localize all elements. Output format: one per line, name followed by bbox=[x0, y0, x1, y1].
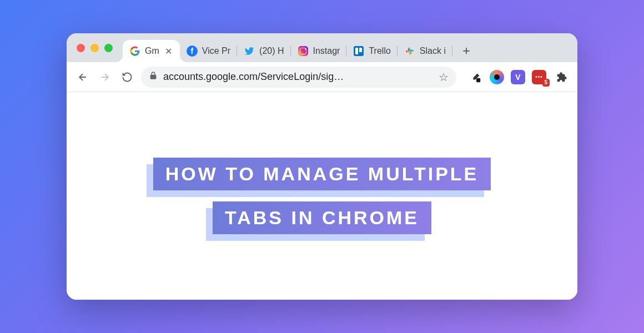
extension-loom[interactable] bbox=[490, 70, 504, 84]
google-icon bbox=[129, 46, 140, 57]
tab-label: Vice Pr bbox=[202, 46, 230, 56]
hero-text-2: TABS IN CHROME bbox=[213, 201, 431, 234]
window-close-button[interactable] bbox=[77, 44, 85, 52]
tab-slack[interactable]: Slack i bbox=[398, 40, 452, 62]
url-text: accounts.google.com/ServiceLogin/sig… bbox=[163, 71, 433, 83]
window-zoom-button[interactable] bbox=[104, 44, 113, 52]
twitter-icon bbox=[244, 46, 255, 57]
svg-rect-0 bbox=[476, 78, 480, 82]
instagram-icon bbox=[298, 46, 309, 57]
extension-v[interactable]: V bbox=[511, 70, 525, 84]
tab-twitter[interactable]: (20) H bbox=[237, 40, 290, 62]
reload-button[interactable] bbox=[119, 69, 135, 85]
tab-label: Instagr bbox=[313, 46, 340, 56]
toolbar: accounts.google.com/ServiceLogin/sig… ☆ … bbox=[67, 62, 577, 92]
extension-lastpass[interactable]: ••• 5 bbox=[532, 70, 546, 84]
tabs-container: Gm ✕ f Vice Pr (20) H Instagr bbox=[123, 33, 452, 62]
address-bar[interactable]: accounts.google.com/ServiceLogin/sig… ☆ bbox=[141, 67, 456, 88]
tab-trello[interactable]: Trello bbox=[346, 40, 397, 62]
back-button[interactable] bbox=[74, 69, 91, 85]
extension-badge: 5 bbox=[542, 79, 550, 87]
tab-facebook[interactable]: f Vice Pr bbox=[180, 40, 237, 62]
new-tab-button[interactable]: ＋ bbox=[457, 41, 476, 60]
tab-label: Slack i bbox=[420, 46, 446, 56]
tab-label: Trello bbox=[369, 46, 390, 56]
page-content: HOW TO MANAGE MULTIPLE TABS IN CHROME bbox=[67, 92, 577, 300]
lock-icon bbox=[149, 71, 158, 83]
hero-line-2: TABS IN CHROME bbox=[213, 201, 431, 234]
hero-line-1: HOW TO MANAGE MULTIPLE bbox=[153, 158, 491, 190]
bookmark-star-icon[interactable]: ☆ bbox=[439, 70, 449, 84]
tab-bar: Gm ✕ f Vice Pr (20) H Instagr bbox=[67, 33, 577, 62]
extensions-row: V ••• 5 bbox=[462, 69, 570, 85]
forward-button[interactable] bbox=[97, 69, 113, 85]
tab-label: Gm bbox=[145, 46, 159, 56]
slack-icon bbox=[404, 46, 415, 57]
close-tab-icon[interactable]: ✕ bbox=[164, 46, 173, 57]
trello-icon bbox=[353, 46, 364, 57]
extension-color-picker[interactable] bbox=[469, 70, 483, 84]
tab-instagram[interactable]: Instagr bbox=[291, 40, 347, 62]
facebook-icon: f bbox=[187, 46, 198, 57]
tab-gmail[interactable]: Gm ✕ bbox=[123, 40, 180, 62]
hero: HOW TO MANAGE MULTIPLE TABS IN CHROME bbox=[153, 152, 491, 240]
extensions-puzzle-icon[interactable] bbox=[553, 69, 570, 85]
window-minimize-button[interactable] bbox=[90, 44, 99, 52]
browser-window: Gm ✕ f Vice Pr (20) H Instagr bbox=[67, 33, 577, 300]
tab-label: (20) H bbox=[259, 46, 284, 56]
hero-text-1: HOW TO MANAGE MULTIPLE bbox=[153, 158, 491, 190]
